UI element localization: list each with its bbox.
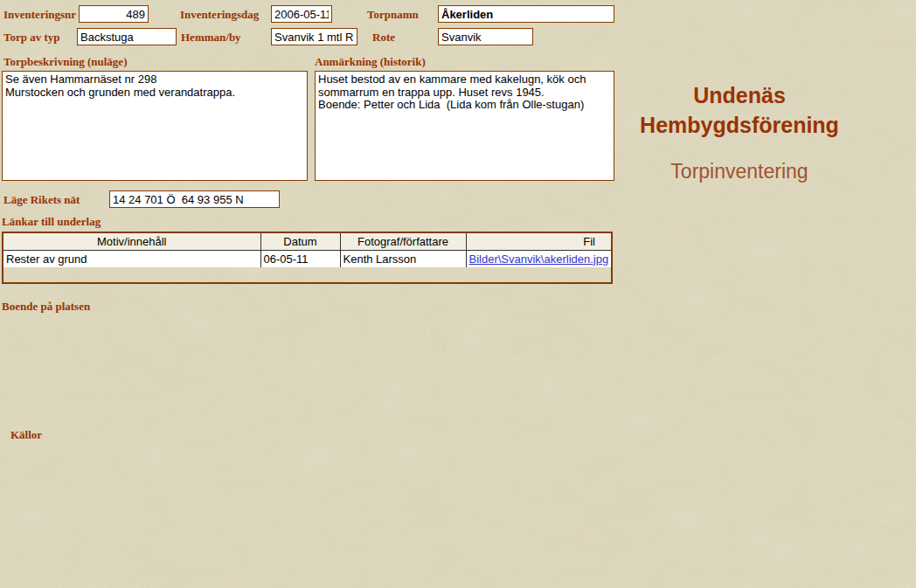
association-title: Undenäs Hembygdsförening bbox=[612, 80, 867, 140]
column-header-datum: Datum bbox=[260, 233, 340, 250]
torpbeskrivning-textarea[interactable]: Se även Hammarnäset nr 298 Murstocken oc… bbox=[2, 71, 308, 181]
lankar-till-underlag-label: Länkar till underlag bbox=[2, 215, 101, 229]
inventeringsnr-input[interactable] bbox=[79, 5, 149, 23]
torpnamn-label: Torpnamn bbox=[367, 8, 419, 22]
inventeringsnr-label: Inventeringsnr bbox=[3, 8, 76, 22]
cell-fil: Bilder\Svanvik\akerliden.jpg bbox=[466, 250, 611, 267]
rote-label: Rote bbox=[372, 31, 395, 45]
inventeringsdag-input[interactable] bbox=[271, 5, 332, 23]
table-header-row: Motiv/innehåll Datum Fotograf/författare… bbox=[3, 233, 611, 250]
anmarkning-textarea[interactable]: Huset bestod av en kammare med kakelugn,… bbox=[315, 71, 614, 181]
column-header-fotograf: Fotograf/författare bbox=[340, 233, 466, 250]
lage-rikets-nat-label: Läge Rikets nät bbox=[3, 193, 80, 207]
column-header-fil: Fil bbox=[466, 233, 611, 250]
hemman-by-input[interactable] bbox=[271, 28, 357, 45]
rote-input[interactable] bbox=[438, 28, 533, 45]
cell-fotograf: Kenth Larsson bbox=[340, 250, 466, 267]
column-header-motiv: Motiv/innehåll bbox=[3, 233, 260, 250]
torp-av-typ-input[interactable] bbox=[77, 28, 177, 45]
torpbeskrivning-label: Torpbeskrivning (nuläge) bbox=[3, 55, 127, 69]
lage-rikets-nat-input[interactable] bbox=[109, 190, 280, 208]
boende-pa-platsen-label: Boende på platsen bbox=[2, 300, 90, 314]
torpnamn-input[interactable] bbox=[438, 5, 614, 23]
underlag-table: Motiv/innehåll Datum Fotograf/författare… bbox=[2, 232, 613, 284]
anmarkning-label: Anmärkning (historik) bbox=[315, 55, 426, 69]
table-row: Rester av grund 06-05-11 Kenth Larsson B… bbox=[3, 250, 611, 267]
association-title-line2: Hembygdsförening bbox=[612, 110, 867, 140]
torp-av-typ-label: Torp av typ bbox=[3, 31, 60, 45]
inventeringsdag-label: Inventeringsdag bbox=[180, 8, 259, 22]
table-empty-row bbox=[3, 267, 611, 280]
torpinventering-form-page: Inventeringsnr Inventeringsdag Torpnamn … bbox=[0, 0, 916, 588]
page-title: Torpinventering bbox=[612, 160, 867, 183]
association-title-line1: Undenäs bbox=[612, 80, 867, 110]
hemman-by-label: Hemman/by bbox=[181, 31, 241, 45]
cell-datum: 06-05-11 bbox=[260, 250, 340, 267]
file-link[interactable]: Bilder\Svanvik\akerliden.jpg bbox=[469, 252, 609, 266]
kallor-label: Källor bbox=[10, 428, 42, 442]
cell-motiv: Rester av grund bbox=[3, 250, 260, 267]
